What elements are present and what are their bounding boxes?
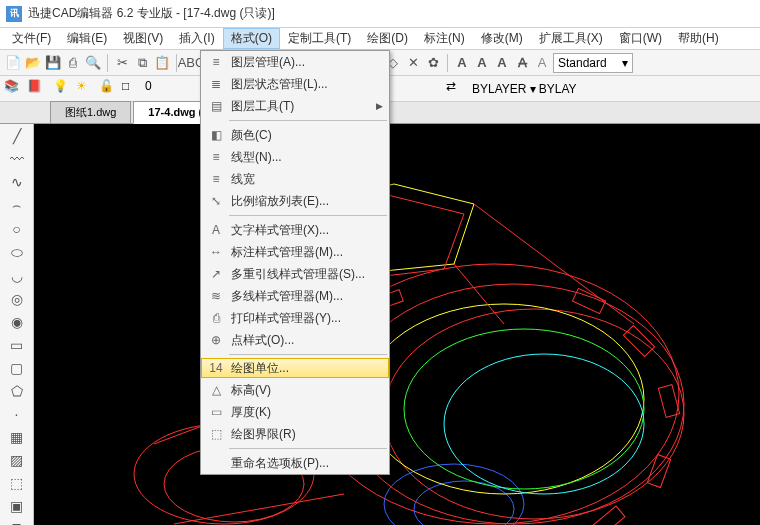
menu-item-label: 多重引线样式管理器(S)... bbox=[227, 266, 383, 283]
spline-icon[interactable]: ∿ bbox=[8, 174, 26, 190]
menu-item[interactable]: 标注(N) bbox=[416, 28, 473, 49]
rect-icon[interactable]: ▭ bbox=[8, 337, 26, 353]
menu-item-label: 标注样式管理器(M)... bbox=[227, 244, 383, 261]
copy-icon[interactable]: ⧉ bbox=[133, 54, 151, 72]
chevron-down-icon: ▾ bbox=[622, 56, 628, 70]
line-icon[interactable]: ╱ bbox=[8, 128, 26, 144]
lock-icon[interactable]: 🔓 bbox=[99, 79, 119, 99]
menu-dropdown-item[interactable]: ⎙打印样式管理器(Y)... bbox=[201, 307, 389, 329]
swap-icon[interactable]: ⇄ bbox=[446, 79, 466, 99]
square-icon[interactable]: □ bbox=[122, 79, 142, 99]
menu-dropdown-item[interactable]: ≣图层状态管理(L)... bbox=[201, 73, 389, 95]
menu-dropdown-item[interactable]: ⊕点样式(O)... bbox=[201, 329, 389, 351]
menu-dropdown-item[interactable]: △标高(V) bbox=[201, 379, 389, 401]
svg-rect-15 bbox=[647, 455, 670, 488]
menu-dropdown-item[interactable]: ≋多线样式管理器(M)... bbox=[201, 285, 389, 307]
drawing-canvas[interactable] bbox=[34, 124, 760, 525]
window-title: 迅捷CAD编辑器 6.2 专业版 - [17-4.dwg (只读)] bbox=[28, 5, 275, 22]
menu-dropdown-item[interactable]: ◧颜色(C) bbox=[201, 124, 389, 146]
menu-dropdown-item[interactable]: ≡图层管理(A)... bbox=[201, 51, 389, 73]
menu-item[interactable]: 定制工具(T) bbox=[280, 28, 359, 49]
menu-item-label: 线型(N)... bbox=[227, 149, 383, 166]
menu-item-label: 点样式(O)... bbox=[227, 332, 383, 349]
pline-icon[interactable]: 〰 bbox=[8, 151, 26, 167]
boundary-icon[interactable]: ▣ bbox=[8, 498, 26, 514]
style-combo[interactable]: Standard ▾ bbox=[553, 53, 633, 73]
menu-dropdown-item[interactable]: ▭厚度(K) bbox=[201, 401, 389, 423]
document-tab[interactable]: 图纸1.dwg bbox=[50, 101, 131, 123]
menu-item-icon: ⊕ bbox=[205, 332, 227, 348]
menu-item[interactable]: 编辑(E) bbox=[59, 28, 115, 49]
menu-item-label: 图层状态管理(L)... bbox=[227, 76, 383, 93]
menu-item[interactable]: 窗口(W) bbox=[611, 28, 670, 49]
print-icon[interactable]: ⎙ bbox=[64, 54, 82, 72]
point-icon[interactable]: · bbox=[8, 406, 26, 422]
menu-dropdown-item[interactable]: ▤图层工具(T)▶ bbox=[201, 95, 389, 117]
text-a5-icon[interactable]: A bbox=[533, 54, 551, 72]
menu-dropdown-item[interactable]: A文字样式管理(X)... bbox=[201, 219, 389, 241]
menu-dropdown-item[interactable]: ↗多重引线样式管理器(S)... bbox=[201, 263, 389, 285]
o-icon[interactable]: 0 bbox=[145, 79, 165, 99]
open-icon[interactable]: 📂 bbox=[24, 54, 42, 72]
menu-item-icon: ≡ bbox=[205, 54, 227, 70]
menu-item[interactable]: 插入(I) bbox=[171, 28, 222, 49]
svg-point-5 bbox=[364, 304, 644, 494]
menu-dropdown-item[interactable]: ⬚绘图界限(R) bbox=[201, 423, 389, 445]
new-icon[interactable]: 📄 bbox=[4, 54, 22, 72]
menu-item[interactable]: 扩展工具(X) bbox=[531, 28, 611, 49]
menu-item[interactable]: 视图(V) bbox=[115, 28, 171, 49]
ellipse-icon[interactable]: ⬭ bbox=[8, 244, 26, 261]
menu-dropdown-item[interactable]: ≡线型(N)... bbox=[201, 146, 389, 168]
region-icon[interactable]: ▨ bbox=[8, 452, 26, 468]
menu-item-icon: △ bbox=[205, 382, 227, 398]
circle-icon[interactable]: ○ bbox=[8, 221, 26, 237]
text-a2-icon[interactable]: A bbox=[473, 54, 491, 72]
style-combo-value: Standard bbox=[558, 56, 607, 70]
text-a3-icon[interactable]: A bbox=[493, 54, 511, 72]
rect2-icon[interactable]: ▢ bbox=[8, 360, 26, 376]
hatch-icon[interactable]: ▦ bbox=[8, 429, 26, 445]
menu-item-icon: ↗ bbox=[205, 266, 227, 282]
menu-dropdown-item[interactable]: 14绘图单位... bbox=[201, 358, 389, 378]
layer-icon[interactable]: 📚 bbox=[4, 79, 24, 99]
menu-item[interactable]: 修改(M) bbox=[473, 28, 531, 49]
arc2-icon[interactable]: ◡ bbox=[8, 268, 26, 284]
text-icon[interactable]: ABC bbox=[182, 54, 200, 72]
cut-icon[interactable]: ✂ bbox=[113, 54, 131, 72]
menu-item-label: 重命名选项板(P)... bbox=[227, 455, 383, 472]
menu-separator bbox=[229, 215, 387, 216]
bulb-yellow-icon[interactable]: 💡 bbox=[53, 79, 73, 99]
app-icon: 讯 bbox=[6, 6, 22, 22]
box-icon[interactable]: ⬚ bbox=[8, 475, 26, 491]
menu-item-label: 图层管理(A)... bbox=[227, 54, 383, 71]
menu-item[interactable]: 文件(F) bbox=[4, 28, 59, 49]
ring-icon[interactable]: ◎ bbox=[8, 291, 26, 307]
menu-item-icon: ↔ bbox=[205, 244, 227, 260]
paste-icon[interactable]: 📋 bbox=[153, 54, 171, 72]
menu-separator bbox=[229, 448, 387, 449]
layer2-icon[interactable]: 📕 bbox=[27, 79, 47, 99]
preview-icon[interactable]: 🔍 bbox=[84, 54, 102, 72]
text-a4-icon[interactable]: A̶ bbox=[513, 54, 531, 72]
menu-item[interactable]: 绘图(D) bbox=[359, 28, 416, 49]
menu-dropdown-item[interactable]: ⤡比例缩放列表(E)... bbox=[201, 190, 389, 212]
polygon-icon[interactable]: ⬠ bbox=[8, 383, 26, 399]
close-icon[interactable]: ✕ bbox=[404, 54, 422, 72]
save-icon[interactable]: 💾 bbox=[44, 54, 62, 72]
menu-bar: 文件(F)编辑(E)视图(V)插入(I)格式(O)定制工具(T)绘图(D)标注(… bbox=[0, 28, 760, 50]
menu-item[interactable]: 帮助(H) bbox=[670, 28, 727, 49]
menu-item-label: 文字样式管理(X)... bbox=[227, 222, 383, 239]
text-a-icon[interactable]: A bbox=[453, 54, 471, 72]
text-icon[interactable]: T bbox=[8, 521, 26, 525]
arc-icon[interactable]: ⌢ bbox=[8, 197, 26, 214]
donut-icon[interactable]: ◉ bbox=[8, 314, 26, 330]
bulb-icon[interactable]: ✿ bbox=[424, 54, 442, 72]
bylayer-combo-1[interactable]: BYLAYER ▾ bbox=[472, 82, 536, 96]
menu-dropdown-item[interactable]: ↔标注样式管理器(M)... bbox=[201, 241, 389, 263]
menu-item[interactable]: 格式(O) bbox=[223, 28, 280, 49]
menu-dropdown-item[interactable]: ≡线宽 bbox=[201, 168, 389, 190]
submenu-arrow-icon: ▶ bbox=[376, 101, 383, 111]
bylayer-combo-2[interactable]: BYLAY bbox=[539, 82, 629, 96]
menu-dropdown-item[interactable]: 重命名选项板(P)... bbox=[201, 452, 389, 474]
sun-icon[interactable]: ☀ bbox=[76, 79, 96, 99]
